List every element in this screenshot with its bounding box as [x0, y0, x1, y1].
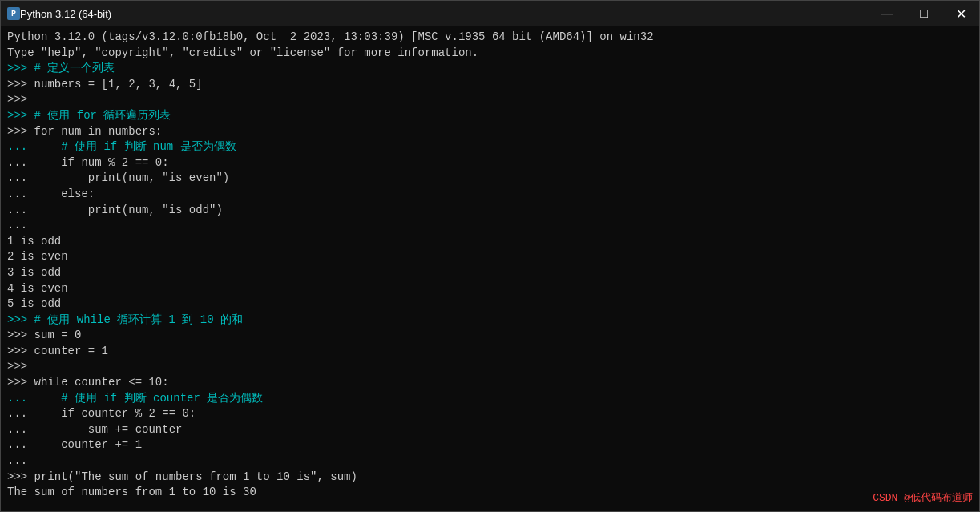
terminal-window[interactable]: Python 3.12.0 (tags/v3.12.0:0fb18b0, Oct…: [1, 26, 979, 511]
window-controls: — □ ✕: [869, 1, 979, 26]
close-button[interactable]: ✕: [942, 1, 979, 26]
window-title: Python 3.12 (64-bit): [20, 8, 111, 20]
title-bar: P Python 3.12 (64-bit) — □ ✕: [1, 1, 979, 26]
terminal-output: Python 3.12.0 (tags/v3.12.0:0fb18b0, Oct…: [7, 30, 973, 501]
python-icon: P: [7, 7, 20, 20]
minimize-button[interactable]: —: [869, 1, 905, 26]
python-window: P Python 3.12 (64-bit) — □ ✕ Python 3.12…: [0, 0, 980, 512]
watermark: CSDN @低代码布道师: [873, 490, 973, 505]
maximize-button[interactable]: □: [905, 1, 942, 26]
